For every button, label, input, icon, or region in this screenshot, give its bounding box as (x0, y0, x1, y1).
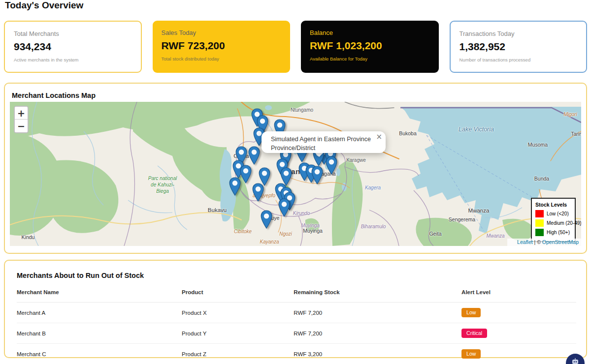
low-stock-panel: Merchants About to Run Out of Stock Merc… (4, 260, 587, 358)
alert-level-badge: Low (461, 308, 481, 317)
table-cell-alert: Critical (461, 323, 576, 344)
table-row: Merchant BProduct YRWF 7,200Critical (17, 323, 576, 344)
legend-swatch (535, 229, 544, 236)
leaflet-flag-icon (510, 240, 515, 244)
merchant-map-marker[interactable] (278, 198, 290, 217)
map-popup: Simulated Agent in Eastern Province Prov… (262, 131, 386, 153)
table-row: Merchant AProduct XRWF 7,200Low (17, 303, 576, 323)
map-place-label: Ntungamo (291, 107, 313, 113)
table-section-title: Merchants About to Run Out of Stock (17, 272, 144, 279)
attribution-separator: | (533, 239, 537, 245)
leaflet-link[interactable]: Leaflet (517, 239, 533, 245)
table-cell-alert: Low (461, 344, 576, 364)
map-zoom-control: + − (14, 106, 29, 133)
map-place-label: Cibitoke (234, 228, 252, 235)
legend-label: Medium (20-49) (547, 220, 581, 226)
map-place-label: Kindu (22, 234, 35, 241)
table-cell-product: Product Z (182, 344, 294, 364)
table-column-header: Merchant Name (17, 284, 182, 303)
map-place-label: Mwanza (468, 207, 490, 214)
map-place-label: Geita (429, 231, 441, 238)
map-place-label: Tarime (571, 131, 581, 138)
table-cell-product: Product Y (182, 323, 294, 344)
legend-item: High (50+) (535, 229, 571, 236)
popup-line1: Simulated Agent in Eastern Province (271, 135, 375, 144)
table-column-header: Alert Level (461, 284, 576, 303)
stat-title: Sales Today (162, 29, 282, 36)
merchant-map-marker[interactable] (240, 165, 252, 183)
map-place-label: Karagwe (346, 157, 365, 163)
table-column-header: Product (182, 284, 294, 303)
map-place-label: Ngozi (279, 231, 292, 237)
map-place-label: Lake Victoria (459, 125, 494, 133)
zoom-out-button[interactable]: − (15, 120, 28, 132)
robot-icon (570, 357, 580, 364)
merchant-map-marker[interactable] (326, 156, 337, 175)
legend-swatch (535, 210, 544, 217)
map-attribution: Leaflet | © OpenStreetMap (507, 239, 581, 246)
attribution-copyright: © (537, 239, 542, 245)
popup-line2: Province/District (271, 144, 375, 152)
merchant-map-marker[interactable] (311, 166, 323, 184)
table-column-header: Remaining Stock (294, 284, 461, 303)
map-place-label: Migori (563, 111, 577, 118)
legend-item: Medium (20-49) (535, 219, 571, 227)
table-cell-stock: RWF 7,200 (294, 323, 461, 344)
stat-subtitle: Number of transactions processed (460, 57, 578, 62)
table-cell-stock: RWF 3,200 (294, 344, 461, 364)
alert-level-badge: Critical (461, 329, 487, 338)
map-place-label: Parc national de Kahuzi- Biega (148, 175, 177, 194)
table-cell-merchant: Merchant B (17, 323, 182, 344)
stat-subtitle: Total stock distributed today (162, 56, 282, 61)
popup-close-icon[interactable]: × (376, 132, 382, 141)
merchant-map-marker[interactable] (261, 210, 272, 229)
stock-levels-legend: Stock Levels Low (<20)Medium (20-49)High… (531, 198, 576, 242)
dashboard-page: Today's Overview Total Merchants 934,234… (0, 0, 591, 364)
map-place-label: Bukoba (399, 130, 417, 137)
openstreetmap-link[interactable]: OpenStreetMap (542, 239, 579, 245)
stat-title: Transactions Today (460, 30, 578, 37)
map-place-label: Muyinga (303, 228, 323, 235)
map-place-label: Mwanza (486, 233, 504, 239)
table-row: Merchant CProduct ZRWF 3,200Low (17, 344, 576, 364)
map-place-label: Kagera (365, 184, 381, 191)
stat-value: 934,234 (14, 41, 132, 53)
merchant-locations-map[interactable]: NtungamoGomaBukavuKinduParc national de … (10, 102, 581, 246)
stat-card-transactions-today: Transactions Today 1,382,952 Number of t… (450, 21, 588, 73)
stat-value: RWF 1,023,200 (310, 40, 430, 52)
map-place-label: Musoma (528, 142, 548, 149)
stat-card-balance: Balance RWF 1,023,200 Available Balance … (301, 21, 439, 73)
stat-card-sales-today: Sales Today RWF 723,200 Total stock dist… (153, 21, 291, 73)
stat-value: 1,382,952 (460, 41, 578, 53)
table-cell-alert: Low (461, 303, 576, 323)
stat-value: RWF 723,200 (162, 40, 282, 52)
legend-label: High (50+) (547, 230, 570, 235)
low-stock-table: Merchant NameProductRemaining StockAlert… (17, 284, 576, 364)
stat-subtitle: Active merchants in the system (14, 57, 132, 62)
stat-subtitle: Available Balance for Today (310, 56, 430, 61)
legend-swatch (535, 219, 544, 227)
zoom-in-button[interactable]: + (15, 107, 28, 120)
map-section-title: Merchant Locations Map (12, 91, 96, 99)
legend-item: Low (<20) (535, 210, 571, 217)
legend-label: Low (<20) (547, 211, 569, 216)
stat-title: Total Merchants (14, 30, 132, 37)
merchant-map-marker[interactable] (252, 183, 264, 202)
page-title: Today's Overview (5, 0, 83, 11)
stat-card-total-merchants: Total Merchants 934,234 Active merchants… (4, 21, 142, 73)
table-cell-product: Product X (182, 303, 294, 323)
merchant-map-marker[interactable] (248, 146, 260, 165)
stats-row: Total Merchants 934,234 Active merchants… (4, 21, 587, 73)
map-place-label: Bukavu (208, 207, 227, 214)
table-cell-merchant: Merchant A (17, 303, 182, 323)
table-cell-stock: RWF 7,200 (294, 303, 461, 323)
map-place-label: Biharamulo (361, 223, 386, 230)
merchant-map-marker[interactable] (229, 177, 241, 196)
map-place-label: Kayanza (260, 239, 279, 245)
map-place-label: Sengerema (449, 216, 475, 223)
stat-title: Balance (310, 29, 430, 36)
legend-title: Stock Levels (535, 202, 571, 208)
table-cell-merchant: Merchant C (17, 344, 182, 364)
map-place-label: Bunda (534, 176, 549, 182)
map-place-label: Kirundo (293, 210, 310, 216)
